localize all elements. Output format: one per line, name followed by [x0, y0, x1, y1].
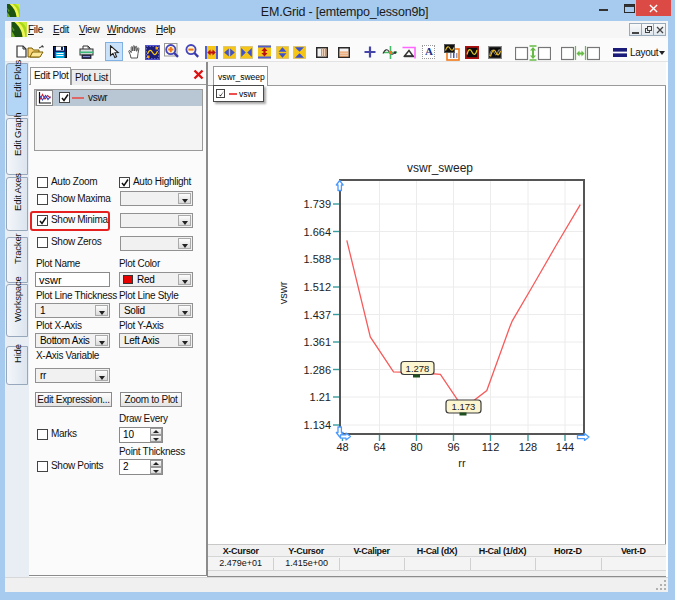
svg-text:1.512: 1.512: [303, 281, 331, 293]
svg-text:vswr: vswr: [280, 281, 289, 304]
svg-text:rr: rr: [458, 457, 466, 469]
svg-text:1.739: 1.739: [303, 198, 331, 210]
svg-text:1.437: 1.437: [303, 309, 331, 321]
svg-text:80: 80: [410, 441, 422, 453]
svg-text:128: 128: [519, 441, 537, 453]
svg-text:1.588: 1.588: [303, 253, 331, 265]
svg-text:96: 96: [447, 441, 459, 453]
svg-text:1.286: 1.286: [303, 364, 331, 376]
svg-text:112: 112: [482, 441, 500, 453]
svg-text:64: 64: [373, 441, 385, 453]
svg-text:1.278: 1.278: [406, 363, 430, 374]
svg-text:1.173: 1.173: [452, 401, 476, 412]
svg-text:1.21: 1.21: [310, 391, 331, 403]
svg-text:1.134: 1.134: [303, 419, 331, 431]
svg-text:1.361: 1.361: [303, 336, 331, 348]
svg-text:48: 48: [336, 441, 348, 453]
svg-text:vswr_sweep: vswr_sweep: [407, 161, 473, 175]
svg-text:1.664: 1.664: [303, 226, 331, 238]
svg-text:144: 144: [556, 441, 574, 453]
